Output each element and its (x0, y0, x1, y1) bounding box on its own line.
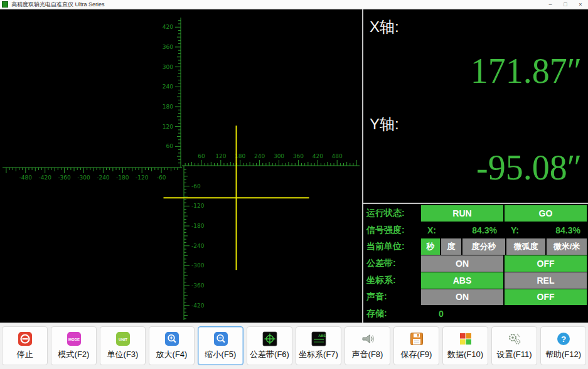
svg-text:-420: -420 (38, 174, 51, 181)
save-button-label: 保存(F9) (401, 349, 432, 360)
data-button[interactable]: 数据(F10) (442, 326, 488, 365)
svg-text:ABS: ABS (318, 334, 326, 338)
sound-button-label: 声音(F8) (352, 349, 383, 360)
window-controls: – □ × (543, 0, 588, 9)
storage-row: 存储: 0 (363, 306, 587, 322)
unit-dms-button[interactable]: 度分秒 (462, 238, 505, 255)
signal-x-value: 84.3% (472, 225, 497, 235)
svg-text:360: 360 (293, 153, 304, 159)
coordinate-label: 坐标系: (363, 272, 421, 289)
svg-text:300: 300 (163, 64, 173, 70)
unit-arcsecond-button[interactable]: 秒 (421, 238, 440, 255)
coordinate-rel-button[interactable]: REL (505, 272, 587, 289)
status-panel: 运行状态: RUN GO 信号强度: X: 84.3% Y: 84.3% 当前单… (363, 203, 588, 323)
svg-text:-300: -300 (191, 262, 205, 269)
data-icon (458, 331, 473, 346)
sound-on-button[interactable]: ON (421, 289, 503, 306)
svg-text:60: 60 (198, 153, 205, 159)
minimize-button[interactable]: – (543, 0, 558, 9)
stop-button-label: 停止 (17, 349, 33, 360)
readout-panel: X轴: 171.87″ Y轴: -95.08″ (363, 9, 588, 203)
coordinate-row: 坐标系: ABS REL (363, 272, 587, 289)
help-button-label: 帮助(F12) (545, 349, 581, 360)
sound-button[interactable]: 声音(F8) (345, 326, 390, 365)
signal-y: Y: 84.3% (505, 222, 587, 238)
zoom-in-button-label: 放大(F4) (156, 349, 188, 360)
svg-text:-180: -180 (116, 174, 129, 181)
signal-y-label: Y: (511, 225, 519, 235)
coordinate-abs-button[interactable]: ABS (421, 272, 503, 289)
svg-text:-360: -360 (58, 174, 71, 181)
data-button-label: 数据(F10) (447, 349, 483, 360)
settings-icon (507, 331, 522, 346)
storage-value: 0 (421, 306, 444, 322)
window-title: 高精度双轴光电自准直仪 Ultra Series (11, 1, 105, 9)
svg-text:MODE: MODE (68, 338, 80, 341)
svg-text:360: 360 (163, 44, 173, 50)
stop-button[interactable]: 停止 (2, 326, 48, 365)
mode-icon: MODE (67, 331, 82, 346)
zoom-in-button[interactable]: 放大(F4) (149, 326, 195, 365)
function-toolbar: 停止 MODE 模式(F2) UNIT 单位(F3) 放大(F4) (0, 323, 588, 369)
svg-text:180: 180 (163, 104, 173, 110)
stop-icon (18, 331, 33, 346)
close-button[interactable]: × (573, 0, 588, 9)
coordinate-icon: ABS (311, 331, 326, 346)
tolerance-band-button[interactable]: 公差带(F6) (247, 326, 292, 365)
svg-text:-240: -240 (191, 243, 205, 249)
svg-text:-300: -300 (77, 174, 90, 181)
run-state-label: 运行状态: (363, 205, 421, 222)
zoom-in-icon (164, 331, 179, 346)
unit-icon: UNIT (115, 331, 131, 346)
tolerance-on-button[interactable]: ON (421, 255, 503, 272)
unit-microradian-button[interactable]: 微弧度 (506, 238, 545, 255)
svg-text:240: 240 (163, 83, 173, 90)
y-axis-label: Y轴: (370, 114, 399, 134)
maximize-button[interactable]: □ (558, 0, 573, 9)
unit-degree-button[interactable]: 度 (441, 238, 461, 255)
save-icon (409, 331, 424, 346)
unit-button[interactable]: UNIT 单位(F3) (100, 326, 146, 365)
svg-text:240: 240 (254, 153, 265, 159)
current-unit-row: 当前单位: 秒 度 度分秒 微弧度 微米/米 (363, 238, 587, 255)
svg-text:-60: -60 (157, 174, 166, 181)
mode-button-label: 模式(F2) (58, 349, 90, 360)
svg-text:120: 120 (215, 153, 226, 159)
signal-strength-label: 信号强度: (363, 222, 421, 238)
svg-text:60: 60 (166, 143, 174, 149)
svg-text:?: ? (560, 334, 565, 344)
sound-off-button[interactable]: OFF (505, 289, 587, 306)
coordinate-system-button[interactable]: ABS 坐标系(F7) (296, 326, 341, 365)
settings-button-label: 设置(F11) (496, 349, 532, 360)
storage-label: 存储: (363, 306, 421, 322)
help-icon: ? (556, 331, 571, 346)
unit-button-label: 单位(F3) (107, 349, 139, 360)
svg-text:420: 420 (313, 153, 323, 159)
help-button[interactable]: ? 帮助(F12) (540, 326, 586, 365)
svg-text:UNIT: UNIT (119, 338, 127, 341)
save-button[interactable]: 保存(F9) (393, 326, 439, 365)
svg-text:300: 300 (274, 153, 284, 159)
signal-y-value: 84.3% (555, 225, 580, 235)
signal-x: X: 84.3% (421, 222, 503, 238)
sound-label: 声音: (363, 289, 421, 306)
run-button[interactable]: RUN (421, 205, 503, 222)
svg-text:-240: -240 (97, 174, 110, 181)
svg-text:120: 120 (163, 124, 173, 130)
tolerance-label: 公差带: (363, 255, 421, 272)
zoom-out-button[interactable]: 缩小(F5) (198, 326, 243, 365)
sound-icon (360, 331, 375, 346)
mode-button[interactable]: MODE 模式(F2) (51, 326, 97, 365)
x-axis-label: X轴: (370, 17, 399, 37)
signal-x-label: X: (427, 225, 436, 235)
unit-micrometer-button[interactable]: 微米/米 (547, 238, 587, 255)
go-button[interactable]: GO (505, 205, 587, 222)
tolerance-off-button[interactable]: OFF (505, 255, 587, 272)
settings-button[interactable]: 设置(F11) (491, 326, 537, 365)
zoom-out-icon (213, 331, 228, 346)
svg-text:-480: -480 (19, 174, 33, 181)
y-axis-value: -95.08″ (476, 150, 582, 185)
coordinate-system-button-label: 坐标系(F7) (299, 349, 338, 360)
zoom-out-button-label: 缩小(F5) (205, 349, 237, 360)
tolerance-band-button-label: 公差带(F6) (250, 349, 289, 360)
